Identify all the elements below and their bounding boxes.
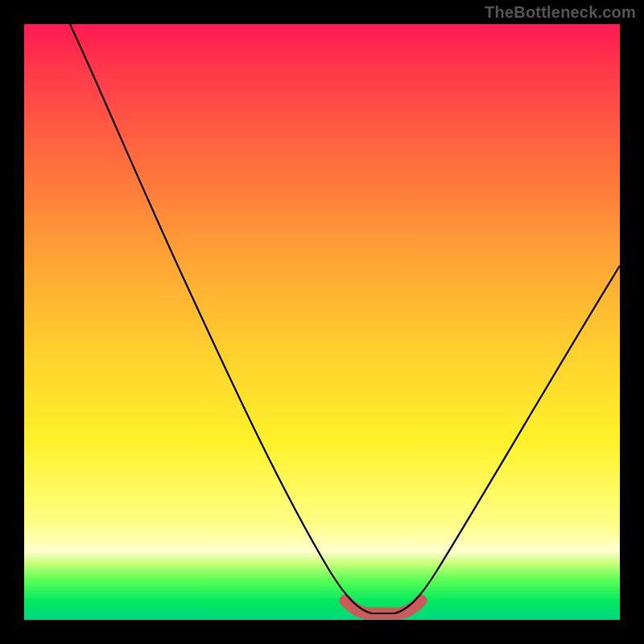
plot-area [24,24,620,620]
bottleneck-curve [70,24,620,613]
outer-frame: TheBottleneck.com [0,0,644,644]
watermark-text: TheBottleneck.com [485,3,636,22]
chart-svg [24,24,620,620]
highlight-band [345,601,421,613]
